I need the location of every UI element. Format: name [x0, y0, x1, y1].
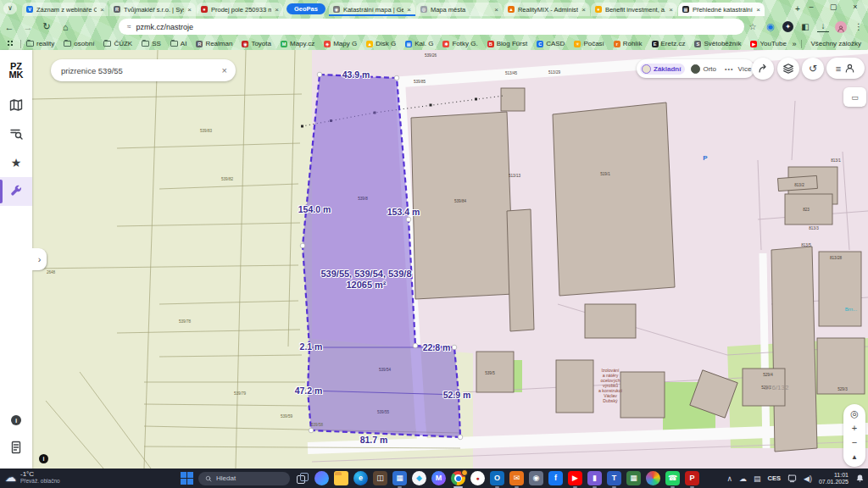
account-menu-button[interactable]: ≡: [826, 58, 865, 79]
address-bar[interactable]: ≈ pzmk.cz/nastroje: [119, 19, 744, 35]
profile-avatar[interactable]: [835, 21, 847, 33]
documents-button[interactable]: [0, 433, 32, 462]
bookmark-item[interactable]: M Mapy.cz: [281, 40, 314, 47]
forward-button[interactable]: →: [19, 22, 37, 32]
browser-tab[interactable]: ● Benefit investment, a.s. (v ×: [591, 3, 677, 16]
taskbar-app-icon[interactable]: M: [431, 471, 446, 485]
taskbar-app-icon[interactable]: P: [685, 471, 699, 485]
action-center-icon[interactable]: [787, 474, 797, 483]
close-button[interactable]: ×: [844, 0, 866, 14]
browser-tab[interactable]: ● Prodej pole 250933 m², M ×: [197, 3, 283, 16]
taskbar-app-icon[interactable]: [334, 471, 348, 485]
tab-close-icon[interactable]: ×: [407, 6, 411, 14]
browser-tab[interactable]: V Záznam z webináře CeMa ×: [22, 3, 108, 16]
measure-card-button[interactable]: ▭: [843, 87, 866, 107]
browser-menu-icon[interactable]: ⋮: [853, 22, 865, 31]
taskbar-app-icon[interactable]: [295, 471, 309, 485]
bookmark-item[interactable]: ✱ Fotky G.: [442, 40, 477, 47]
basemap-orto[interactable]: Orto: [689, 64, 721, 75]
bookmark-item[interactable]: ▶ YouTube: [750, 40, 786, 47]
info-button[interactable]: i: [0, 406, 32, 435]
taskbar-app-icon[interactable]: O: [490, 471, 504, 485]
parcel-search-tool-button[interactable]: [0, 119, 32, 148]
bookmark-star-icon[interactable]: ☆: [747, 22, 759, 31]
zoom-in-button[interactable]: +: [843, 421, 865, 435]
taskbar-app-icon[interactable]: ▦: [392, 471, 407, 485]
compass-button[interactable]: ▲: [843, 450, 865, 464]
bookmarks-overflow-icon[interactable]: »: [792, 40, 796, 48]
basemap-more-button[interactable]: Více: [737, 65, 751, 73]
map-info-button[interactable]: i: [39, 454, 48, 463]
site-settings-icon[interactable]: ≈: [127, 23, 130, 30]
locate-button[interactable]: ◎: [843, 407, 865, 421]
taskbar-app-icon[interactable]: [451, 471, 465, 485]
dark-extension-icon[interactable]: ✦: [782, 21, 793, 32]
bookmark-item[interactable]: reality: [26, 40, 54, 47]
tab-close-icon[interactable]: ×: [494, 6, 498, 14]
apps-grid-icon[interactable]: [7, 40, 15, 48]
taskbar-app-icon[interactable]: f: [548, 471, 563, 485]
taskbar-app-icon[interactable]: ◆: [412, 471, 426, 485]
zoom-out-button[interactable]: −: [843, 435, 865, 450]
pin-extension-icon[interactable]: ◉: [765, 21, 776, 32]
extensions-puzzle-icon[interactable]: ◧: [799, 22, 811, 31]
map-tool-button[interactable]: [0, 91, 32, 119]
taskbar-app-icon[interactable]: ▮: [587, 471, 602, 485]
taskbar-app-icon[interactable]: ◉: [529, 471, 543, 485]
history-button[interactable]: ↺: [802, 58, 824, 80]
bookmark-item[interactable]: SS: [142, 40, 161, 47]
taskbar-app-icon[interactable]: ☎: [665, 471, 680, 485]
directions-button[interactable]: [752, 58, 774, 80]
reload-button[interactable]: ↻: [37, 21, 56, 32]
bookmark-item[interactable]: ▲ Disk G: [366, 40, 396, 47]
map-canvas[interactable]: 2648539/83539/82539/78539/79539/59539/58…: [32, 50, 868, 469]
downloads-icon[interactable]: ↓: [817, 22, 829, 32]
taskbar-app-icon[interactable]: T: [607, 471, 621, 485]
taskbar-search[interactable]: Hledat: [198, 472, 290, 485]
tab-close-icon[interactable]: ×: [100, 6, 104, 14]
taskbar-app-icon[interactable]: [314, 471, 329, 485]
home-button[interactable]: ⌂: [56, 22, 75, 32]
bookmark-item[interactable]: E Eretz.cz: [652, 40, 686, 47]
bookmark-item[interactable]: AI: [170, 40, 187, 47]
bookmark-item[interactable]: ◉ Toyota: [242, 40, 271, 47]
taskbar-app-icon[interactable]: ▦: [626, 471, 641, 485]
tab-close-icon[interactable]: ×: [756, 6, 760, 14]
layers-button[interactable]: [777, 58, 799, 80]
search-input[interactable]: [59, 65, 222, 76]
taskbar-app-icon[interactable]: ●: [470, 471, 485, 485]
taskbar-app-icon[interactable]: ▶: [568, 471, 582, 485]
tab-close-icon[interactable]: ×: [581, 6, 586, 14]
start-button[interactable]: [181, 472, 193, 485]
tab-search-button[interactable]: ∨: [3, 3, 17, 14]
bookmark-item[interactable]: ◈ Mapy G: [324, 40, 357, 47]
taskbar-app-icon[interactable]: ◫: [373, 471, 387, 485]
sidebar-expander[interactable]: ›: [32, 248, 47, 270]
bookmark-item[interactable]: ☀ Počasí: [574, 40, 604, 47]
browser-tab[interactable]: ▲ RealityMIX - Administračn ×: [504, 3, 590, 16]
bookmark-item[interactable]: ČÚZK: [103, 40, 132, 47]
all-bookmarks-button[interactable]: Všechny záložky: [807, 40, 861, 47]
bookmark-item[interactable]: B Blog Fürst: [487, 40, 527, 47]
onedrive-cloud-icon[interactable]: ☁: [739, 474, 747, 483]
touch-keyboard-icon[interactable]: ▤: [754, 474, 761, 483]
bookmark-item[interactable]: R Realman: [196, 40, 232, 47]
bookmark-item[interactable]: ▦ Kal. G: [405, 40, 433, 47]
weather-widget[interactable]: ☁ -1°C Převáž. oblačno: [5, 470, 60, 485]
tab-close-icon[interactable]: ×: [275, 6, 279, 14]
bookmark-item[interactable]: S Světoběžník: [694, 40, 741, 47]
taskbar-app-icon[interactable]: e: [353, 471, 368, 485]
maximize-button[interactable]: ▢: [822, 0, 844, 14]
bookmark-item[interactable]: r Rohlík: [614, 40, 643, 47]
tab-close-icon[interactable]: ×: [187, 6, 192, 14]
taskbar-clock[interactable]: 11:01 07.01.2025: [819, 472, 849, 485]
volume-icon[interactable]: ◀): [804, 474, 812, 483]
browser-tab[interactable]: ◍ Mapa města ×: [416, 3, 503, 16]
language-indicator[interactable]: CES: [768, 474, 781, 482]
back-button[interactable]: ←: [0, 22, 19, 32]
parcel-search-box[interactable]: ×: [51, 59, 236, 81]
notification-bell-icon[interactable]: [855, 474, 865, 483]
minimize-button[interactable]: –: [800, 0, 822, 14]
tab-close-icon[interactable]: ×: [669, 6, 673, 14]
bookmark-item[interactable]: C CASD: [537, 40, 565, 47]
